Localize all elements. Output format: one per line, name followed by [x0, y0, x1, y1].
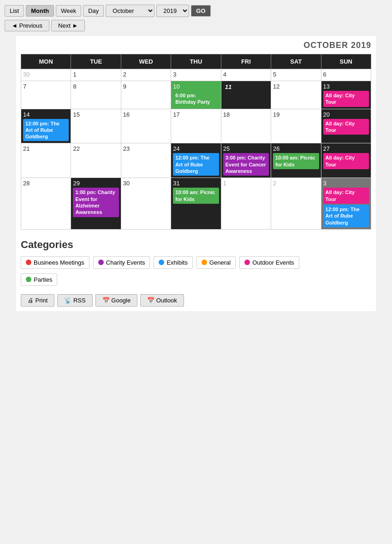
category-list: Businees Meetings Charity Events Exhibit…	[21, 256, 371, 269]
categories-title: Categories	[21, 239, 371, 251]
exhibits-label: Exhibits	[166, 259, 188, 266]
month-view-button[interactable]: Month	[26, 5, 54, 17]
day-15: 15	[71, 109, 121, 143]
outlook-button[interactable]: 📅 Outlook	[140, 294, 184, 307]
month-select[interactable]: October JanuaryFebruaryMarch AprilMayJun…	[106, 5, 154, 17]
table-row: 14 12:00 pm: The Art of Rube Goldberg 15…	[21, 109, 371, 143]
day-2: 2	[121, 69, 171, 81]
event-charity-alzheimer-29[interactable]: 1:00 pm: Charity Event for Alzheimer Awa…	[73, 188, 119, 217]
day-7: 7	[21, 81, 71, 109]
list-view-button[interactable]: List	[5, 5, 24, 17]
col-sat: SAT	[271, 54, 321, 69]
event-birthday-party[interactable]: 6:00 pm: Birthday Party	[173, 91, 219, 107]
day-12: 12	[271, 81, 321, 109]
day-17: 17	[171, 109, 221, 143]
previous-button[interactable]: ◄ Previous	[5, 20, 49, 31]
table-row: 21 22 23 24 12:00 pm: The Art of Rube Go…	[21, 143, 371, 178]
day-13: 13 All day: City Tour	[321, 81, 371, 109]
year-select[interactable]: 20192018201720202021	[156, 5, 189, 17]
day-24: 24 12:00 pm: The Art of Rube Goldberg	[171, 143, 221, 178]
charity-events-dot	[98, 260, 104, 265]
week-view-button[interactable]: Week	[56, 5, 81, 17]
parties-label: Parties	[34, 276, 52, 283]
charity-events-label: Charity Events	[106, 259, 145, 266]
category-general[interactable]: General	[196, 256, 236, 269]
day-8: 8	[71, 81, 121, 109]
day-9: 9	[121, 81, 171, 109]
event-picnic-kids-26[interactable]: 10:00 am: Picnic for Kids	[273, 153, 319, 169]
category-outdoor-events[interactable]: Outdoor Events	[239, 256, 299, 269]
event-city-tour-20[interactable]: All day: City Tour	[323, 119, 369, 135]
print-button[interactable]: 🖨 Print	[21, 294, 54, 307]
google-button[interactable]: 📅 Google	[95, 294, 138, 307]
day-31: 31 10:00 am: Picnic for Kids	[171, 178, 221, 229]
day-29: 29 1:00 pm: Charity Event for Alzheimer …	[71, 178, 121, 229]
day-26: 26 10:00 am: Picnic for Kids	[271, 143, 321, 178]
business-meetings-label: Businees Meetings	[34, 259, 84, 266]
day-23: 23	[121, 143, 171, 178]
day-18: 18	[221, 109, 271, 143]
exhibits-dot	[159, 260, 164, 265]
event-art-rube-14[interactable]: 12:00 pm: The Art of Rube Goldberg	[23, 119, 69, 142]
outdoor-events-label: Outdoor Events	[252, 259, 294, 266]
next-button[interactable]: Next ►	[51, 20, 85, 31]
day-3-nov: 3 All day: City Tour 12:00 pm: The Art o…	[321, 178, 371, 229]
outdoor-events-dot	[244, 260, 250, 265]
parties-dot	[26, 277, 31, 282]
calendar-title: OCTOBER 2019	[21, 41, 371, 50]
col-mon: MON	[21, 54, 71, 69]
event-city-tour-27[interactable]: All day: City Tour	[323, 153, 369, 169]
event-charity-cancer-25[interactable]: 3:00 pm: Charity Event for Cancer Awaren…	[223, 153, 269, 176]
general-label: General	[209, 259, 231, 266]
day-22: 22	[71, 143, 121, 178]
footer-buttons: 🖨 Print 📡 RSS 📅 Google 📅 Outlook	[21, 294, 371, 307]
day-30: 30	[121, 178, 171, 229]
rss-button[interactable]: 📡 RSS	[57, 294, 92, 307]
day-11: 11	[221, 81, 271, 109]
day-25: 25 3:00 pm: Charity Event for Cancer Awa…	[221, 143, 271, 178]
general-dot	[202, 260, 207, 265]
col-thu: THU	[171, 54, 221, 69]
day-2-nov: 2	[271, 178, 321, 229]
day-30-sep: 30	[21, 69, 71, 81]
table-row: 7 8 9 10 6:00 pm: Birthday Party 11 12	[21, 81, 371, 109]
day-14: 14 12:00 pm: The Art of Rube Goldberg	[21, 109, 71, 143]
category-exhibits[interactable]: Exhibits	[154, 256, 193, 269]
day-19: 19	[271, 109, 321, 143]
col-sun: SUN	[321, 54, 371, 69]
day-28: 28	[21, 178, 71, 229]
category-business-meetings[interactable]: Businees Meetings	[21, 256, 89, 269]
day-21: 21	[21, 143, 71, 178]
col-wed: WED	[121, 54, 171, 69]
col-fri: FRI	[221, 54, 271, 69]
event-city-tour-3nov[interactable]: All day: City Tour	[323, 188, 369, 204]
day-20: 20 All day: City Tour	[321, 109, 371, 143]
col-tue: TUE	[71, 54, 121, 69]
day-1: 1	[71, 69, 121, 81]
table-row: 28 29 1:00 pm: Charity Event for Alzheim…	[21, 178, 371, 229]
day-16: 16	[121, 109, 171, 143]
day-1-nov: 1	[221, 178, 271, 229]
category-charity-events[interactable]: Charity Events	[93, 256, 150, 269]
table-row: 30 1 2 3 4 5 6	[21, 69, 371, 81]
calendar-table: MON TUE WED THU FRI SAT SUN 30 1 2	[21, 54, 371, 230]
go-button[interactable]: GO	[191, 5, 210, 17]
event-art-rube-24[interactable]: 12:00 pm: The Art of Rube Goldberg	[173, 153, 219, 176]
day-5: 5	[271, 69, 321, 81]
day-10: 10 6:00 pm: Birthday Party	[171, 81, 221, 109]
day-6: 6	[321, 69, 371, 81]
event-art-rube-3nov[interactable]: 12:00 pm: The Art of Rube Goldberg	[323, 205, 369, 227]
day-view-button[interactable]: Day	[83, 5, 104, 17]
event-city-tour-13[interactable]: All day: City Tour	[323, 91, 369, 107]
day-4: 4	[221, 69, 271, 81]
category-parties[interactable]: Parties	[21, 273, 57, 286]
day-3: 3	[171, 69, 221, 81]
event-picnic-kids-31[interactable]: 10:00 am: Picnic for Kids	[173, 188, 219, 204]
day-27: 27 All day: City Tour	[321, 143, 371, 178]
business-meetings-dot	[26, 260, 31, 265]
